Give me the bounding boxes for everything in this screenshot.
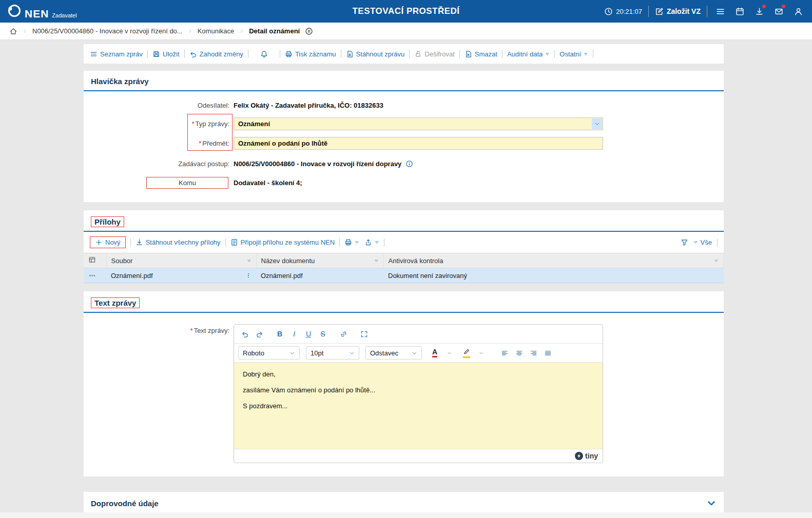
text-color-button[interactable]: A [428,346,441,360]
desifrovat-button[interactable]: Dešifrovat [414,50,455,58]
expand-section-button[interactable] [706,498,717,508]
close-tab-button[interactable] [305,27,313,35]
smazat-button[interactable]: Smazat [465,50,497,58]
column-header-icon[interactable] [84,253,106,268]
downloads-button[interactable] [752,5,766,18]
row-menu-cell[interactable] [84,268,106,283]
odesilatel-label: Odesílatel: [84,102,234,109]
smazat-label: Smazat [475,50,497,58]
drag-handle-icon[interactable] [245,272,252,278]
breadcrumb-item-procedure[interactable]: N006/25/V00004860 - Inovace v rozvoji ří… [32,27,183,35]
calendar-button[interactable] [733,5,746,18]
column-header-antivir[interactable]: Antivirová kontrola [383,253,724,268]
pripojit-prilohu-button[interactable]: Připojit přílohu ze systému NEN [230,238,335,246]
stahnout-zpravu-button[interactable]: Stáhnout zprávu [346,50,405,58]
vse-filter-button[interactable]: Vše [693,238,712,246]
create-vz-label: Založit VZ [667,7,701,15]
header-divider [648,6,649,17]
chevron-down-icon [349,350,355,356]
column-filter-icon[interactable] [247,258,252,263]
tisk-zaznamu-button[interactable]: Tisk záznamu [285,50,336,58]
toolbar-divider [280,50,280,58]
dropdown-triangle-icon [447,351,452,355]
required-marker: * [191,120,194,128]
section-title-hlavicka: Hlavička zprávy [91,77,149,86]
undo-button[interactable] [238,327,252,341]
select-chevron-button[interactable] [592,118,602,129]
attachment-row[interactable]: Oznámení.pdf Oznámení.pdf Dokument není … [84,268,724,283]
breadcrumb-separator-icon [23,29,27,33]
home-button[interactable] [9,27,17,35]
italic-button[interactable]: I [287,327,301,341]
section-title-text-zpravy: Text zprávy [91,297,140,308]
document-download-icon [346,50,354,58]
align-center-button[interactable] [512,346,526,360]
dropdown-triangle-icon [479,351,484,355]
align-right-button[interactable] [527,346,540,360]
stahnout-vsechny-button[interactable]: Stáhnout všechny přílohy [136,238,221,246]
toolbar-divider [339,238,340,247]
align-justify-button[interactable] [541,346,554,360]
predmet-input[interactable]: Oznámení o podání po lhůtě [234,137,603,150]
editor-content-area[interactable]: Dobrý den, zasíláme Vám oznámení o podán… [234,363,603,449]
strikethrough-button[interactable]: S [316,327,330,341]
novy-button[interactable]: Nový [95,238,121,246]
record-toolbar: Seznam zpráv Uložit Zahodit změny Tisk z… [84,44,724,64]
bold-button[interactable]: B [273,327,286,341]
column-header-soubor[interactable]: Soubor [106,253,256,268]
notifications-button[interactable] [260,50,268,58]
filter-button[interactable] [681,238,688,246]
fullscreen-button[interactable] [357,327,371,341]
main-menu-button[interactable] [713,5,727,18]
attach-icon [230,238,238,246]
zahodit-zmeny-button[interactable]: Zahodit změny [189,50,243,58]
attachments-toolbar: Nový Stáhnout všechny přílohy Připojit p… [84,232,724,253]
print-attachments-button[interactable] [344,238,359,246]
align-right-icon [530,349,537,357]
font-family-select[interactable]: Roboto [238,346,300,360]
column-filter-icon[interactable] [374,258,379,263]
section-hlavicka-zpravy: Hlavička zprávy Odesílatel: Felix Okátý … [84,71,724,202]
toolbar-divider [502,50,502,58]
underline-button[interactable]: U [302,327,315,341]
dropdown-triangle-icon [375,240,379,245]
row-menu-dots-icon[interactable] [88,272,96,280]
align-left-button[interactable] [498,346,511,360]
redo-button[interactable] [253,327,266,341]
insert-link-button[interactable] [337,327,350,341]
export-attachments-button[interactable] [364,238,379,246]
create-vz-button[interactable]: Založit VZ [655,7,701,16]
editor-paragraph: zasíláme Vám oznámení o podání po lhůtě.… [243,386,594,394]
typ-zpravy-select[interactable]: Oznámení [234,117,603,130]
messages-button[interactable] [772,5,785,18]
block-format-select[interactable]: Odstavec [365,346,422,360]
auditni-data-button[interactable]: Auditní data [507,50,550,58]
tiny-logo-icon [575,452,583,460]
novy-label: Nový [105,238,121,246]
ostatni-button[interactable]: Ostatní [559,50,588,58]
horizontal-scrollbar[interactable] [0,512,812,518]
text-color-menu-button[interactable] [442,346,456,360]
dropdown-triangle-icon [355,240,359,245]
toolbar-divider [147,50,148,58]
user-profile-button[interactable] [791,5,805,18]
align-left-icon [501,349,509,357]
highlight-color-button[interactable] [460,346,473,360]
font-size-select[interactable]: 10pt [306,346,359,360]
current-time: 20:21:07 [616,8,642,15]
ulozit-button[interactable]: Uložit [152,50,180,58]
info-icon [405,160,413,168]
chevron-down-icon [706,498,717,508]
zadavaci-postup-value: N006/25/V00004860 - Inovace v rozvoji ří… [234,160,401,168]
column-header-nazev[interactable]: Název dokumentu [256,253,383,268]
font-family-value: Roboto [243,349,264,357]
seznam-zprav-button[interactable]: Seznam zpráv [90,50,143,58]
attachments-table: Soubor Název dokumentu Antivirová kontro… [84,253,724,283]
highlight-color-menu-button[interactable] [474,346,488,360]
breadcrumb-item-komunikace[interactable]: Komunikace [198,27,235,35]
column-filter-icon[interactable] [714,258,719,263]
text-zpravy-label: *Text zprávy: [84,324,234,334]
breadcrumb-item-detail[interactable]: Detail oznámení [249,27,300,35]
align-justify-icon [544,349,552,357]
info-button[interactable] [405,160,413,168]
